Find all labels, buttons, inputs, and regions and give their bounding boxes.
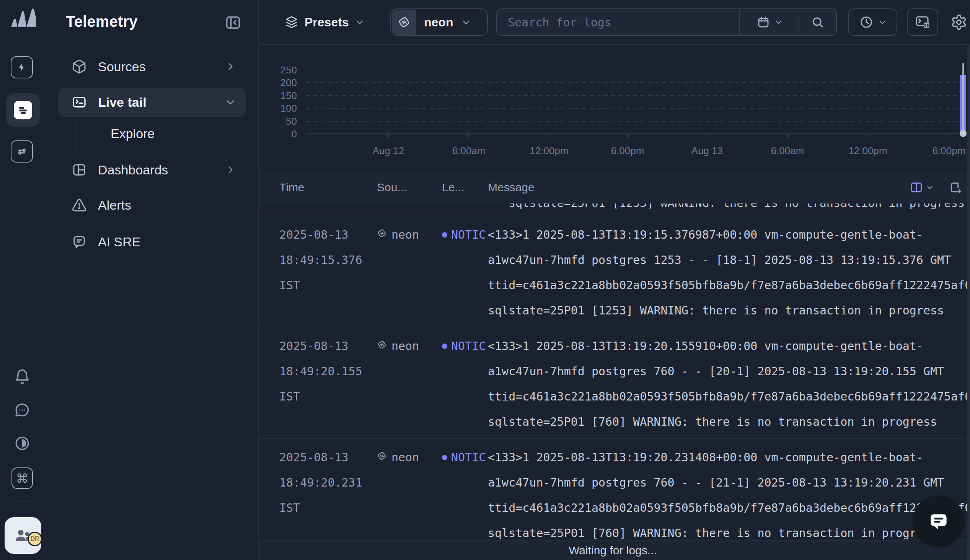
add-column-button[interactable] [948, 180, 962, 194]
command-shortcuts-icon[interactable] [12, 467, 33, 489]
log-level-label: NOTIC [451, 445, 485, 470]
log-level: NOTIC [442, 222, 488, 323]
column-header-source[interactable]: Sou... [377, 181, 442, 194]
sidebar-header: Telemetry [46, 0, 258, 45]
metrics-sliders-icon[interactable] [11, 140, 33, 163]
y-tick: 100 [259, 103, 297, 114]
column-header-time[interactable]: Time [279, 181, 377, 194]
sidebar-item-sources[interactable]: Sources [58, 53, 246, 80]
calendar-icon [757, 15, 770, 29]
x-tick: Aug 13 [677, 145, 738, 157]
time-range-dropdown[interactable] [848, 8, 897, 36]
chat-widget-button[interactable] [913, 495, 965, 547]
log-source: neon [377, 222, 442, 323]
logs-icon [14, 101, 32, 119]
chevron-down-icon [462, 18, 471, 27]
log-time: 2025-08-13 18:49:20.155 IST [279, 333, 377, 435]
sidebar-item-ai-sre[interactable]: AI SRE [58, 228, 246, 255]
chevron-right-icon [225, 61, 236, 72]
x-tick: 12:00pm [837, 145, 898, 157]
bell-icon[interactable] [13, 368, 31, 385]
log-level: NOTIC [442, 333, 488, 435]
chevron-down-icon [225, 97, 236, 108]
neon-logo-icon [392, 10, 416, 35]
sidebar-item-dashboards[interactable]: Dashboards [58, 156, 246, 183]
x-tick: 6:00am [438, 145, 499, 157]
clock-icon [859, 15, 873, 30]
log-volume-chart[interactable]: 0 50 100 150 200 250 Aug 12 6:00am 12:00… [259, 45, 970, 172]
sidebar-item-live-tail[interactable]: Live tail [58, 88, 246, 117]
log-time: 2025-08-13 18:49:20.231 IST [279, 445, 377, 540]
search-input[interactable] [497, 9, 739, 35]
neon-source-icon [377, 451, 387, 461]
flash-icon[interactable] [11, 56, 33, 78]
y-tick: 200 [259, 77, 297, 88]
user-initials-badge[interactable]: DR [28, 532, 42, 546]
sidebar-item-label: Live tail [98, 95, 147, 110]
columns-icon [910, 180, 923, 194]
log-source: neon [377, 445, 442, 540]
terminal-icon [71, 94, 87, 110]
neon-source-icon [377, 340, 387, 350]
theme-contrast-icon[interactable] [13, 435, 31, 452]
y-tick: 50 [259, 115, 297, 127]
log-source: neon [377, 333, 442, 435]
column-header-message[interactable]: Message [488, 181, 970, 194]
topbar: Presets neon [259, 0, 970, 45]
sidebar-item-label: Alerts [98, 198, 131, 213]
logs-nav-active[interactable] [6, 93, 40, 127]
x-tick: 12:00pm [518, 145, 580, 157]
page-title: Telemetry [66, 13, 138, 30]
log-message: sqlstate=25P01 [1253] WARNING: there is … [508, 203, 967, 216]
log-row-clipped[interactable]: sqlstate=25P01 [1253] WARNING: there is … [259, 203, 967, 216]
column-header-level[interactable]: Le... [442, 181, 488, 194]
chat-bubble-icon [926, 509, 951, 534]
log-row[interactable]: 2025-08-13 18:49:20.231 IST neon NOTIC <… [259, 438, 967, 540]
live-cursor-dot [960, 130, 967, 137]
dashboard-grid-icon [71, 162, 87, 178]
waiting-status: Waiting for logs... [568, 544, 657, 557]
level-dot-icon [442, 232, 447, 238]
log-level-label: NOTIC [451, 333, 485, 359]
log-message: <133>1 2025-08-13T13:19:15.376987+00:00 … [488, 222, 967, 323]
presets-button[interactable]: Presets [285, 8, 364, 36]
terminal-code-button[interactable] [907, 8, 938, 36]
x-tick: 6:00pm [597, 145, 658, 157]
main-content: Presets neon [259, 0, 970, 560]
feedback-chat-icon[interactable] [13, 402, 31, 419]
sidebar: Telemetry Sources [46, 0, 259, 560]
layers-icon [285, 15, 298, 29]
app-window: DR Telemetry Sources [0, 0, 970, 560]
log-message: <133>1 2025-08-13T13:19:20.155910+00:00 … [488, 333, 967, 435]
chevron-down-icon [775, 18, 783, 26]
source-filter-dropdown[interactable]: neon [390, 8, 488, 36]
package-icon [71, 58, 87, 75]
chevron-down-icon [927, 184, 933, 191]
search-submit-button[interactable] [799, 9, 836, 35]
collapse-sidebar-icon[interactable] [224, 14, 242, 32]
calendar-dropdown-button[interactable] [740, 9, 798, 35]
settings-gear-icon[interactable] [950, 14, 967, 31]
log-source-label: neon [392, 333, 419, 359]
sidebar-item-explore[interactable]: Explore [58, 120, 246, 147]
log-row[interactable]: 2025-08-13 18:49:15.376 IST neon NOTIC <… [259, 216, 967, 327]
chevron-down-icon [355, 18, 364, 27]
log-table-body: sqlstate=25P01 [1253] WARNING: there is … [259, 203, 967, 540]
sidebar-item-label: Explore [111, 126, 155, 141]
sidebar-item-label: Dashboards [98, 163, 168, 177]
middleware-logo-icon[interactable] [8, 6, 37, 32]
alert-triangle-icon [71, 197, 87, 213]
status-bar: Waiting for logs... [259, 540, 967, 560]
level-dot-icon [442, 343, 447, 349]
columns-layout-button[interactable] [910, 180, 933, 194]
sidebar-item-alerts[interactable]: Alerts [58, 191, 246, 219]
presets-label: Presets [305, 15, 349, 30]
search-icon [811, 15, 825, 29]
x-tick: 6:00am [757, 145, 818, 157]
sidebar-item-label: AI SRE [98, 235, 140, 249]
y-tick: 150 [259, 90, 297, 102]
scrollbar[interactable] [967, 45, 970, 560]
chat-bubble-icon [71, 234, 87, 250]
chevron-down-icon [878, 18, 887, 27]
log-row[interactable]: 2025-08-13 18:49:20.155 IST neon NOTIC <… [259, 327, 967, 438]
